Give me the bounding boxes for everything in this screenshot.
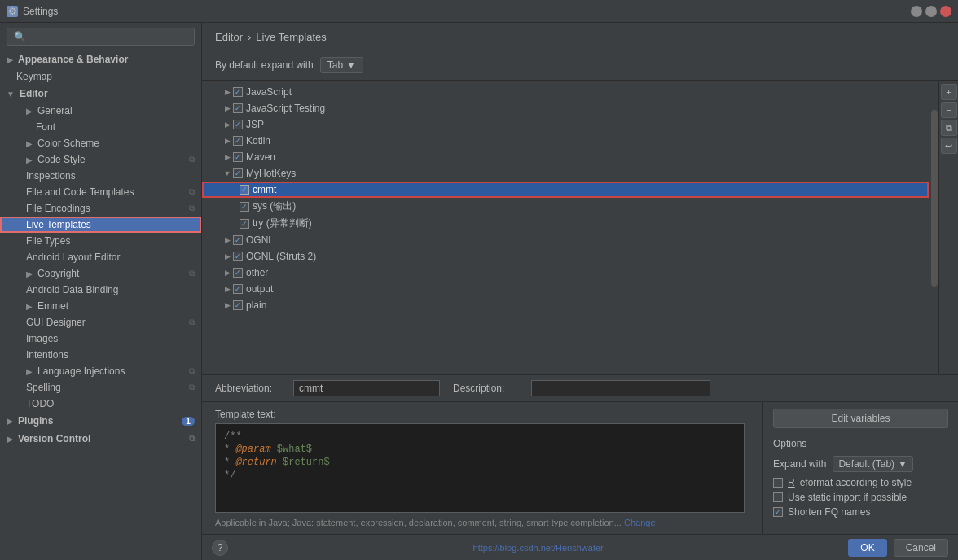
abbreviation-input[interactable]: [293, 380, 440, 396]
sidebar-item-plugins[interactable]: ▶ Plugins 1: [0, 412, 201, 430]
abbreviation-label: Abbreviation:: [215, 383, 280, 394]
checkbox-sys[interactable]: [240, 202, 249, 212]
tree-item-ognl-struts2[interactable]: ▶ OGNL (Struts 2): [202, 248, 929, 265]
tree-item-cmmt[interactable]: cmmt: [202, 182, 929, 198]
checkbox-javascript[interactable]: [233, 87, 243, 97]
chevron-right-icon: ▶: [222, 103, 233, 114]
tree-item-jsp[interactable]: ▶ JSP: [202, 116, 929, 133]
template-text-label: Template text:: [215, 409, 749, 420]
form-row: Abbreviation: Description:: [202, 375, 958, 402]
minimize-btn[interactable]: [911, 6, 922, 17]
tree-item-maven[interactable]: ▶ Maven: [202, 149, 929, 165]
tree-item-ognl[interactable]: ▶ OGNL: [202, 232, 929, 248]
sidebar-item-editor[interactable]: ▼ Editor: [0, 85, 201, 103]
shorten-fq-checkbox[interactable]: [773, 507, 783, 517]
close-btn[interactable]: [940, 6, 951, 17]
help-button[interactable]: ?: [212, 540, 228, 556]
tree-item-sys[interactable]: sys (输出): [202, 198, 929, 215]
cancel-button[interactable]: Cancel: [894, 539, 948, 557]
chevron-right-icon: ▶: [222, 119, 233, 130]
content-top: ▶ JavaScript ▶ JavaScript Testing ▶ JSP: [202, 81, 958, 375]
checkbox-myhotkeys[interactable]: [233, 168, 243, 178]
change-link[interactable]: Change: [624, 518, 656, 527]
sidebar-item-android-layout[interactable]: Android Layout Editor: [0, 249, 201, 265]
sidebar-item-version-control[interactable]: ▶ Version Control ⧉: [0, 430, 201, 448]
window-title: Settings: [23, 6, 58, 17]
sidebar-item-live-templates[interactable]: Live Templates: [0, 217, 201, 233]
expand-with-row: Expand with Default (Tab) ▼: [773, 456, 948, 472]
description-label: Description:: [453, 383, 518, 394]
sidebar-item-file-types[interactable]: File Types: [0, 233, 201, 249]
checkbox-ognl-struts2[interactable]: [233, 252, 243, 261]
sidebar: ▶ Appearance & Behavior Keymap ▼ Editor …: [0, 23, 202, 560]
static-import-label: Use static import if possible: [788, 492, 907, 503]
chevron-down-icon: ▼: [7, 90, 15, 98]
checkbox-cmmt[interactable]: [240, 185, 249, 195]
chevron-right-icon: ▶: [222, 234, 233, 246]
dropdown-arrow-icon: ▼: [346, 59, 356, 71]
maximize-btn[interactable]: [925, 6, 937, 17]
checkbox-js-testing[interactable]: [233, 103, 243, 113]
sidebar-item-spelling[interactable]: Spelling ⧉: [0, 379, 201, 396]
undo-button[interactable]: ↩: [941, 138, 957, 154]
shorten-fq-checkbox-row: Shorten FQ names: [773, 506, 948, 518]
sidebar-item-gui-designer[interactable]: GUI Designer ⧉: [0, 314, 201, 330]
static-import-checkbox[interactable]: [773, 492, 783, 502]
sidebar-item-todo[interactable]: TODO: [0, 396, 201, 412]
checkbox-maven[interactable]: [233, 152, 243, 162]
description-input[interactable]: [531, 380, 710, 396]
tree-scrollbar[interactable]: [929, 81, 938, 374]
search-input[interactable]: [7, 28, 195, 46]
tree-item-javascript[interactable]: ▶ JavaScript: [202, 84, 929, 100]
checkbox-kotlin[interactable]: [233, 136, 243, 146]
sidebar-item-copyright[interactable]: ▶ Copyright ⧉: [0, 265, 201, 282]
tree-item-try[interactable]: try (异常判断): [202, 215, 929, 232]
chevron-right-icon: ▶: [222, 251, 233, 262]
sidebar-item-color-scheme[interactable]: ▶ Color Scheme: [0, 135, 201, 151]
copy-icon: ⧉: [189, 317, 195, 327]
checkbox-ognl[interactable]: [233, 235, 243, 245]
checkbox-plain[interactable]: [233, 300, 243, 310]
checkbox-jsp[interactable]: [233, 120, 243, 129]
tree-item-plain[interactable]: ▶ plain: [202, 297, 929, 313]
checkbox-output[interactable]: [233, 284, 243, 294]
main-content: Editor › Live Templates By default expan…: [202, 23, 958, 560]
sidebar-item-general[interactable]: ▶ General: [0, 103, 201, 119]
expand-with-value: Default (Tab): [838, 458, 894, 470]
sidebar-item-android-data-binding[interactable]: Android Data Binding: [0, 282, 201, 298]
ok-button[interactable]: OK: [848, 539, 886, 557]
tree-item-other[interactable]: ▶ other: [202, 265, 929, 281]
chevron-right-icon: ▶: [222, 267, 233, 278]
sidebar-item-appearance[interactable]: ▶ Appearance & Behavior: [0, 50, 201, 68]
template-editor[interactable]: /** * @param $what$ * @return $return$ *…: [215, 423, 745, 513]
sidebar-item-images[interactable]: Images: [0, 330, 201, 347]
copy-icon: ⧉: [189, 434, 195, 444]
sidebar-item-language-injections[interactable]: ▶ Language Injections ⧉: [0, 363, 201, 379]
app-icon: ⚙: [7, 6, 18, 17]
tree-item-myhotkeys[interactable]: ▼ MyHotKeys: [202, 165, 929, 182]
expand-dropdown[interactable]: Tab ▼: [320, 57, 363, 73]
sidebar-item-emmet[interactable]: ▶ Emmet: [0, 298, 201, 314]
reformat-checkbox-row: Reformat according to style: [773, 477, 948, 488]
sidebar-item-intentions[interactable]: Intentions: [0, 347, 201, 363]
sidebar-item-inspections[interactable]: Inspections: [0, 168, 201, 184]
edit-variables-button[interactable]: Edit variables: [773, 409, 948, 428]
scrollbar-handle[interactable]: [931, 110, 938, 287]
remove-button[interactable]: −: [941, 102, 957, 118]
footer-url: https://blog.csdn.net/Herishwater: [473, 543, 604, 553]
reformat-checkbox[interactable]: [773, 478, 783, 488]
sidebar-item-code-style[interactable]: ▶ Code Style ⧉: [0, 151, 201, 168]
tree-item-javascript-testing[interactable]: ▶ JavaScript Testing: [202, 100, 929, 116]
sidebar-item-file-encodings[interactable]: File Encodings ⧉: [0, 200, 201, 217]
sidebar-item-font[interactable]: Font: [0, 119, 201, 135]
add-button[interactable]: +: [941, 84, 957, 100]
expand-with-dropdown[interactable]: Default (Tab) ▼: [833, 456, 913, 472]
checkbox-try[interactable]: [240, 219, 249, 229]
sidebar-item-file-templates[interactable]: File and Code Templates ⧉: [0, 184, 201, 200]
sidebar-item-keymap[interactable]: Keymap: [0, 68, 201, 85]
tree-item-output[interactable]: ▶ output: [202, 281, 929, 297]
tree-item-kotlin[interactable]: ▶ Kotlin: [202, 133, 929, 149]
chevron-right-icon: ▶: [26, 302, 33, 311]
checkbox-other[interactable]: [233, 268, 243, 278]
copy-button[interactable]: ⧉: [941, 120, 957, 136]
